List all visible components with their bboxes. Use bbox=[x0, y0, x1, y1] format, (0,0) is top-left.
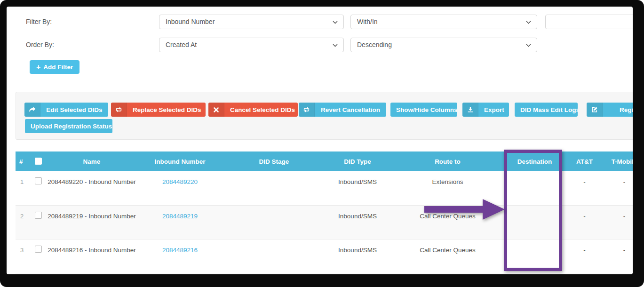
did-mass-edit-logs-button[interactable]: DID Mass Edit Logs bbox=[515, 103, 578, 117]
inbound-number-link[interactable]: 2084489219 bbox=[162, 213, 198, 220]
inbound-number-link[interactable]: 2084489216 bbox=[162, 247, 198, 254]
inbound-number-link[interactable]: 2084489220 bbox=[162, 178, 198, 185]
row-checkbox[interactable] bbox=[35, 246, 42, 253]
route-to-cell: Extensions bbox=[390, 171, 505, 205]
row-select-cell bbox=[29, 205, 47, 239]
inbound-number-cell: 2084489219 bbox=[136, 205, 223, 239]
att-cell: - bbox=[564, 239, 604, 273]
add-filter-label: Add Filter bbox=[43, 64, 73, 71]
retweet-icon bbox=[299, 103, 315, 117]
revert-cancellation-label: Revert Cancellation bbox=[315, 103, 386, 117]
filter-by-label: Filter By: bbox=[26, 15, 52, 29]
row-select-cell bbox=[29, 239, 47, 273]
did-stage-cell bbox=[223, 171, 325, 205]
tmobile-cell: - bbox=[604, 205, 633, 239]
did-type-cell: Inbound/SMS bbox=[325, 205, 390, 239]
register-dids-button[interactable]: Register bbox=[587, 103, 633, 117]
edit-selected-dids-label: Edit Selected DIDs bbox=[40, 103, 108, 117]
tmobile-cell: - bbox=[604, 171, 633, 205]
order-field-value: Created At bbox=[166, 41, 197, 48]
filter-operator-select[interactable]: With/In bbox=[350, 15, 537, 29]
order-direction-value: Descending bbox=[357, 41, 392, 48]
att-cell: - bbox=[564, 171, 604, 205]
tmobile-cell: - bbox=[604, 239, 633, 273]
chevron-down-icon bbox=[333, 44, 338, 47]
revert-cancellation-button[interactable]: Revert Cancellation bbox=[299, 103, 386, 117]
x-icon bbox=[208, 103, 224, 117]
forward-arrow-icon bbox=[24, 103, 40, 117]
inbound-number-cell: 2084489220 bbox=[136, 171, 223, 205]
replace-selected-dids-button[interactable]: Replace Selected DIDs bbox=[111, 103, 206, 117]
header-select-all bbox=[29, 151, 47, 171]
table-header-row: # Name Inbound Number DID Stage DID Type… bbox=[16, 151, 633, 171]
name-cell: 2084489220 - Inbound Number bbox=[47, 171, 136, 205]
replace-selected-dids-label: Replace Selected DIDs bbox=[127, 103, 206, 117]
row-number: 1 bbox=[16, 171, 29, 205]
did-type-cell: Inbound/SMS bbox=[325, 239, 390, 273]
name-cell: 2084489219 - Inbound Number bbox=[47, 205, 136, 239]
filter-field-value: Inbound Number bbox=[166, 18, 215, 25]
destination-cell bbox=[505, 239, 564, 273]
table-row: 3 2084489216 - Inbound Number 2084489216… bbox=[16, 239, 633, 273]
retweet-icon bbox=[111, 103, 127, 117]
did-table: # Name Inbound Number DID Stage DID Type… bbox=[16, 151, 633, 273]
row-number: 3 bbox=[16, 239, 29, 273]
page-content: Filter By: Inbound Number With/In Order … bbox=[7, 7, 633, 274]
upload-registration-status-button[interactable]: Upload Registration Status bbox=[25, 119, 112, 133]
register-dids-label: Register bbox=[603, 103, 633, 117]
filter-operator-value: With/In bbox=[357, 18, 378, 25]
header-destination: Destination bbox=[505, 151, 564, 171]
row-number: 2 bbox=[16, 205, 29, 239]
table-row: 2 2084489219 - Inbound Number 2084489219… bbox=[16, 205, 633, 239]
order-direction-select[interactable]: Descending bbox=[350, 38, 537, 52]
cancel-selected-dids-label: Cancel Selected DIDs bbox=[224, 103, 298, 117]
select-all-checkbox[interactable] bbox=[35, 158, 42, 165]
row-select-cell bbox=[29, 171, 47, 205]
chevron-down-icon bbox=[333, 21, 338, 24]
route-to-cell: Call Center Queues bbox=[390, 205, 505, 239]
show-hide-columns-label: Show/Hide Columns bbox=[390, 103, 457, 117]
did-stage-cell bbox=[223, 205, 325, 239]
export-label: Export bbox=[478, 103, 509, 117]
destination-cell bbox=[505, 205, 564, 239]
filter-field-select[interactable]: Inbound Number bbox=[159, 15, 344, 29]
did-mass-edit-logs-label: DID Mass Edit Logs bbox=[515, 103, 578, 117]
header-row-number: # bbox=[16, 151, 29, 171]
screenshot-frame: Filter By: Inbound Number With/In Order … bbox=[0, 0, 644, 287]
destination-cell bbox=[505, 171, 564, 205]
upload-registration-status-label: Upload Registration Status bbox=[25, 119, 112, 133]
header-did-type: DID Type bbox=[325, 151, 390, 171]
download-icon bbox=[462, 103, 478, 117]
header-inbound-number: Inbound Number bbox=[136, 151, 223, 171]
header-name: Name bbox=[47, 151, 136, 171]
chevron-down-icon bbox=[526, 21, 531, 24]
edit-selected-dids-button[interactable]: Edit Selected DIDs bbox=[24, 103, 108, 117]
export-button[interactable]: Export bbox=[462, 103, 509, 117]
did-type-cell: Inbound/SMS bbox=[325, 171, 390, 205]
name-cell: 2084489216 - Inbound Number bbox=[47, 239, 136, 273]
header-did-stage: DID Stage bbox=[223, 151, 325, 171]
cancel-selected-dids-button[interactable]: Cancel Selected DIDs bbox=[208, 103, 298, 117]
order-by-label: Order By: bbox=[26, 38, 54, 52]
row-checkbox[interactable] bbox=[35, 212, 42, 219]
header-route-to: Route to bbox=[390, 151, 505, 171]
att-cell: - bbox=[564, 205, 604, 239]
filter-value-input[interactable] bbox=[545, 15, 633, 29]
order-field-select[interactable]: Created At bbox=[159, 38, 344, 52]
plus-icon: + bbox=[36, 64, 40, 71]
row-checkbox[interactable] bbox=[35, 177, 42, 184]
route-to-cell: Call Center Queues bbox=[390, 239, 505, 273]
did-stage-cell bbox=[223, 239, 325, 273]
edit-pencil-icon bbox=[587, 103, 603, 117]
add-filter-button[interactable]: + Add Filter bbox=[30, 60, 80, 74]
header-tmobile: T-Mobile bbox=[604, 151, 633, 171]
table-row: 1 2084489220 - Inbound Number 2084489220… bbox=[16, 171, 633, 205]
inbound-number-cell: 2084489216 bbox=[136, 239, 223, 273]
show-hide-columns-button[interactable]: Show/Hide Columns bbox=[390, 103, 457, 117]
header-att: AT&T bbox=[564, 151, 604, 171]
chevron-down-icon bbox=[526, 44, 531, 47]
